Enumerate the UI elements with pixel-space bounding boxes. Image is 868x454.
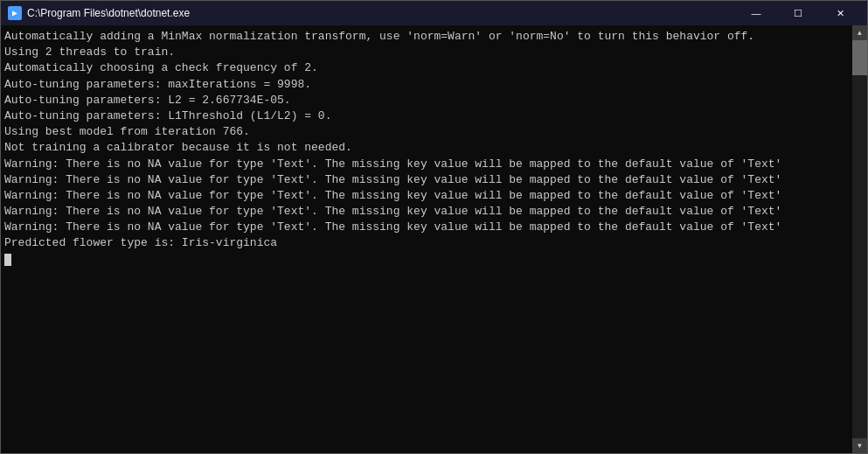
- console-line: Warning: There is no NA value for type '…: [4, 220, 849, 235]
- window-icon: ▶: [8, 6, 22, 20]
- cursor-line: [4, 252, 849, 268]
- console-line: Warning: There is no NA value for type '…: [4, 188, 849, 204]
- console-line: Automatically choosing a check frequency…: [4, 60, 849, 76]
- cursor-blink: [4, 254, 11, 266]
- console-line: Warning: There is no NA value for type '…: [4, 172, 849, 188]
- window-title: C:\Program Files\dotnet\dotnet.exe: [27, 7, 190, 19]
- console-line: Not training a calibrator because it is …: [4, 140, 849, 156]
- scrollbar-thumb-area: [852, 40, 867, 438]
- window-controls: — ☐ ✕: [736, 1, 860, 25]
- console-line: Warning: There is no NA value for type '…: [4, 157, 849, 172]
- scroll-up-button[interactable]: ▲: [852, 25, 867, 40]
- close-button[interactable]: ✕: [820, 1, 860, 25]
- console-line: Predicted flower type is: Iris-virginica: [4, 235, 849, 251]
- console-line: Warning: There is no NA value for type '…: [4, 204, 849, 220]
- console-window: ▶ C:\Program Files\dotnet\dotnet.exe — ☐…: [0, 0, 868, 454]
- scrollbar-thumb[interactable]: [852, 40, 867, 75]
- console-output[interactable]: Automatically adding a MinMax normalizat…: [1, 25, 852, 453]
- maximize-button[interactable]: ☐: [778, 1, 818, 25]
- title-bar: ▶ C:\Program Files\dotnet\dotnet.exe — ☐…: [1, 1, 867, 25]
- console-line: Automatically adding a MinMax normalizat…: [4, 29, 849, 45]
- title-bar-left: ▶ C:\Program Files\dotnet\dotnet.exe: [8, 6, 190, 20]
- console-line: Using 2 threads to train.: [4, 45, 849, 60]
- console-line: Using best model from iteration 766.: [4, 124, 849, 140]
- console-area: Automatically adding a MinMax normalizat…: [1, 25, 867, 453]
- scroll-down-button[interactable]: ▼: [852, 438, 867, 453]
- console-line: Auto-tuning parameters: L2 = 2.667734E-0…: [4, 93, 849, 108]
- console-line: Auto-tuning parameters: L1Threshold (L1/…: [4, 108, 849, 124]
- minimize-button[interactable]: —: [736, 1, 776, 25]
- console-line: Auto-tuning parameters: maxIterations = …: [4, 77, 849, 93]
- vertical-scrollbar[interactable]: ▲ ▼: [852, 25, 867, 453]
